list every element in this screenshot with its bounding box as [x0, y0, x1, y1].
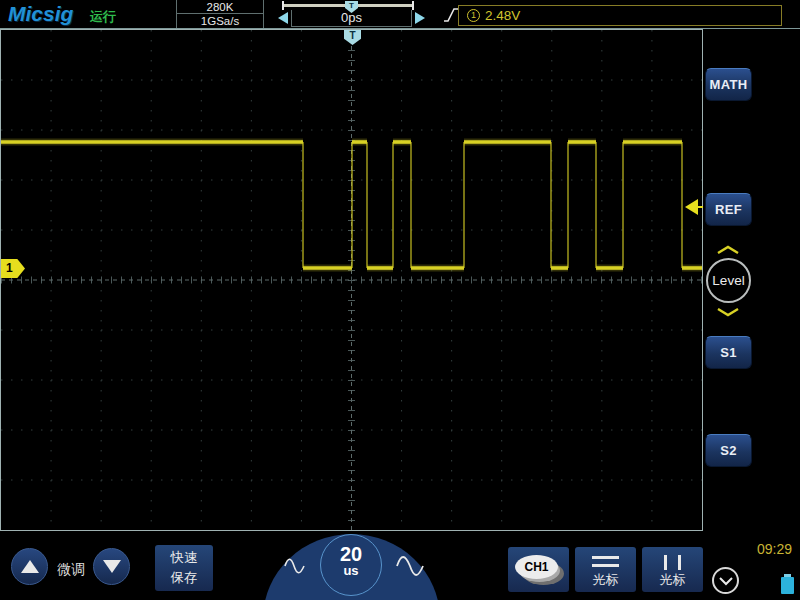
vertical-cursor-label: 光标 [642, 571, 703, 589]
timebase-unit: us [321, 564, 381, 578]
math-button[interactable]: MATH [705, 68, 752, 101]
vertical-cursor-button[interactable]: 光标 [642, 547, 703, 592]
quick-save-label-line1: 快速 [155, 548, 213, 568]
channel1-waveform [1, 30, 702, 530]
channel-select-button[interactable]: CH1 [508, 547, 569, 592]
chevron-down-icon [717, 575, 735, 587]
horizontal-cursor-icon [592, 564, 619, 567]
fine-up-button[interactable] [11, 548, 48, 585]
trigger-source-badge: 1 [467, 9, 480, 22]
fine-down-button[interactable] [93, 548, 130, 585]
horizontal-cursor-label: 光标 [575, 571, 636, 589]
trigger-level-value: 2.48V [485, 8, 520, 23]
trigger-position-value[interactable]: 0ps [291, 10, 412, 27]
vertical-cursor-icon [664, 555, 667, 570]
down-arrow-icon [103, 560, 121, 573]
trigger-level-display[interactable]: 1 2.48V [458, 5, 782, 26]
sample-rate: 1GSa/s [177, 14, 263, 28]
rising-edge-icon [443, 6, 459, 24]
clock: 09:29 [757, 541, 792, 557]
trigger-level-arrow[interactable] [685, 199, 698, 215]
quick-save-label-line2: 保存 [155, 568, 213, 588]
oscilloscope-screen: Micsig 运行 280K 1GSa/s T 0ps 1 2.48V T 1 … [0, 0, 800, 600]
bottom-bar: 微调 快速 保存 20 us CH1 光标 [0, 531, 800, 600]
memory-depth: 280K [177, 0, 263, 14]
level-up-chevron-icon[interactable] [716, 245, 740, 254]
zoom-in-sine-icon[interactable] [394, 552, 426, 580]
top-bar: Micsig 运行 280K 1GSa/s T 0ps 1 2.48V [0, 0, 800, 29]
s2-button[interactable]: S2 [705, 434, 752, 467]
waveform-display[interactable]: T 1 [0, 29, 703, 531]
fine-adjust-label: 微调 [57, 561, 85, 579]
up-arrow-icon [21, 560, 39, 573]
ref-button[interactable]: REF [705, 193, 752, 226]
acquisition-info[interactable]: 280K 1GSa/s [176, 0, 264, 28]
horizontal-cursor-button[interactable]: 光标 [575, 547, 636, 592]
pan-left-arrow-icon[interactable] [278, 12, 288, 24]
timebase-value: 20 [321, 544, 381, 564]
level-knob[interactable]: Level [706, 258, 751, 303]
collapse-menu-button[interactable] [712, 567, 739, 594]
level-down-chevron-icon[interactable] [716, 308, 740, 317]
horizontal-cursor-icon [592, 556, 619, 559]
quick-save-button[interactable]: 快速 保存 [155, 545, 213, 591]
channel-card: CH1 [515, 555, 558, 579]
brand-logo: Micsig [8, 2, 73, 26]
run-status: 运行 [90, 8, 116, 26]
zoom-out-sine-icon[interactable] [283, 555, 307, 577]
battery-icon [781, 574, 794, 594]
timebase-knob[interactable]: 20 us [320, 534, 382, 596]
vertical-cursor-icon [678, 555, 681, 570]
s1-button[interactable]: S1 [705, 336, 752, 369]
pan-right-arrow-icon[interactable] [415, 12, 425, 24]
